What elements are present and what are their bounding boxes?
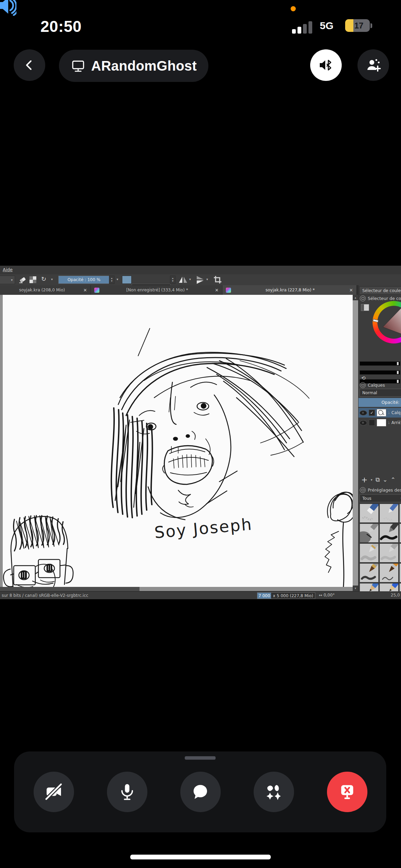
krita-toolbar: ▾ ↻ ▾ Opacité : 100 % ▴▾ ▾ Taille : 10,0… — [0, 274, 401, 286]
chat-button[interactable] — [180, 772, 221, 812]
foreground-color-swatch[interactable] — [122, 276, 132, 284]
mirror-vertical-icon[interactable] — [195, 275, 205, 284]
size-spinner[interactable]: ▴▾ — [170, 276, 175, 284]
brush-preset-thumbnail[interactable] — [379, 563, 399, 582]
reload-dropdown-arrow[interactable]: ▾ — [51, 277, 53, 281]
docker-lock-icon[interactable] — [360, 382, 366, 388]
brush-preset-thumbnail[interactable] — [379, 504, 399, 523]
audio-broadcast-icon — [0, 0, 16, 17]
docker-lock-icon[interactable] — [360, 296, 366, 301]
brush-preset-thumbnail[interactable] — [379, 583, 399, 591]
move-layer-up-button[interactable]: ⌃ — [391, 476, 396, 483]
mic-active-dot — [291, 6, 296, 11]
mirror-h-dropdown-arrow[interactable]: ▾ — [189, 277, 191, 281]
preserve-alpha-icon[interactable] — [29, 276, 36, 283]
eraser-mode-icon[interactable] — [18, 276, 27, 284]
tab-soyjak-2-active[interactable]: soyjak.kra (227,8 Mio) * ✕ — [222, 285, 357, 295]
stream-title: ARandomGhost — [91, 58, 197, 74]
blend-mode-dropdown[interactable]: Normal — [360, 389, 401, 397]
inherit-alpha-icon[interactable]: ⤵ — [388, 421, 390, 425]
add-layer-button[interactable]: + — [361, 475, 367, 484]
stream-title-pill[interactable]: ARandomGhost — [59, 50, 208, 82]
canvas-vertical-scrollbar[interactable]: ▴ ▾ — [353, 295, 358, 591]
color-slider-1[interactable] — [360, 361, 400, 366]
layer-checkbox[interactable]: ✓ — [369, 410, 375, 416]
cellular-signal-icon — [292, 20, 314, 34]
crop-icon[interactable] — [213, 275, 222, 284]
back-button[interactable] — [14, 49, 45, 81]
soyjak-drawing: Soy Joseph — [0, 295, 353, 587]
layer-visible-icon[interactable] — [360, 410, 367, 415]
scroll-up-arrow[interactable]: ▴ — [353, 295, 358, 300]
status-time: 20:50 — [40, 17, 82, 36]
mirror-horizontal-icon[interactable] — [178, 275, 188, 284]
network-type-label: 5G — [320, 20, 333, 32]
brush-preset-thumbnail[interactable] — [379, 543, 399, 563]
activities-button[interactable] — [254, 772, 294, 812]
audio-output-button[interactable] — [310, 49, 342, 81]
brush-preset-thumbnail[interactable] — [360, 563, 379, 582]
brush-preset-thumbnail[interactable] — [360, 504, 379, 523]
home-indicator[interactable] — [130, 855, 271, 859]
dimension-selected: 7 000 — [257, 593, 271, 599]
color-reset-icon[interactable]: ⟲ — [361, 375, 366, 381]
layer-name: Arrière-plan — [391, 420, 400, 425]
brush-preset-thumbnail[interactable] — [360, 543, 379, 563]
layer-checkbox[interactable] — [369, 420, 375, 426]
angle-arrows-icon: ↔ — [319, 593, 322, 598]
camera-off-icon — [44, 783, 63, 801]
drawing-canvas[interactable]: Soy Joseph — [0, 295, 353, 587]
brush-preset-thumbnail[interactable] — [379, 523, 399, 543]
opacity-dropdown-arrow[interactable]: ▾ — [117, 277, 118, 281]
add-layer-dropdown-arrow[interactable]: ▾ — [370, 478, 372, 482]
tool-option-dropdown[interactable]: ▾ — [0, 276, 15, 284]
hscroll-thumb[interactable] — [139, 587, 353, 591]
layer-row-background[interactable]: ⤵ Arrière-plan — [359, 418, 401, 427]
microphone-button[interactable] — [107, 772, 147, 812]
activity-shapes-icon — [265, 783, 283, 801]
move-layer-down-button[interactable]: ⌄ — [383, 476, 388, 483]
layers-docker-header[interactable]: Calques — [360, 382, 401, 388]
document-tabbar: soyjak.kra (208,0 Mio) ✕ [Non enregistré… — [0, 285, 358, 295]
opacity-spinner[interactable]: ▴▾ — [109, 276, 114, 284]
layer-visible-icon[interactable] — [360, 420, 367, 425]
color-selector-header: Sélecteur de couleur — [360, 295, 401, 301]
speaker-bluetooth-icon — [318, 58, 334, 73]
tab-soyjak-1[interactable]: soyjak.kra (208,0 Mio) ✕ — [0, 285, 91, 295]
color-slider-2[interactable] — [360, 370, 400, 375]
docker-lock-icon[interactable] — [360, 487, 366, 493]
screenshare-monitor-icon — [71, 59, 86, 73]
brush-preset-thumbnail[interactable] — [360, 523, 379, 543]
color-display-settings-icon[interactable] — [361, 304, 369, 311]
close-icon[interactable]: ✕ — [215, 288, 219, 293]
rotation-angle[interactable]: ↔ 0,00° — [319, 593, 335, 598]
preset-filter-dropdown[interactable]: Tous ▾ — [360, 494, 401, 502]
close-icon[interactable]: ✕ — [349, 288, 353, 293]
canvas-dimensions[interactable]: 7 000 x 5 000 (227,8 Mio) — [257, 592, 315, 599]
layer-row-paint[interactable]: ✓ ⤵ Calque de peinture 1 — [359, 408, 401, 418]
scroll-down-arrow[interactable]: ▾ — [353, 586, 358, 591]
stop-streaming-button[interactable] — [327, 772, 367, 812]
canvas-horizontal-scrollbar[interactable] — [0, 587, 353, 591]
saturation-triangle[interactable] — [377, 306, 401, 339]
opacity-slider[interactable]: Opacité : 100 % — [58, 276, 110, 284]
camera-toggle-button[interactable] — [34, 772, 74, 812]
screenshare-stop-icon — [338, 782, 357, 801]
menu-aide[interactable]: Aide — [3, 267, 13, 272]
mirror-v-dropdown-arrow[interactable]: ▾ — [206, 277, 208, 281]
krita-doc-icon — [94, 288, 99, 293]
color-selector-docker-tab[interactable]: Sélecteur de couleurs avancé — [359, 286, 401, 295]
add-participant-button[interactable] — [357, 49, 389, 81]
reload-preset-icon[interactable]: ↻ — [41, 275, 46, 282]
inherit-alpha-icon[interactable]: ⤵ — [388, 411, 390, 415]
tab-unsaved[interactable]: [Non enregistré] (333,4 Mio) * ✕ — [91, 285, 222, 295]
right-docker-panel: Sélecteur de couleurs avancé Sélecteur d… — [358, 285, 401, 591]
zoom-level[interactable]: 25,0 % — [391, 593, 401, 598]
duplicate-layer-button[interactable]: ⧉ — [375, 476, 379, 483]
dimension-rest: x 5 000 (227,8 Mio) — [271, 593, 315, 598]
close-icon[interactable]: ✕ — [83, 288, 87, 293]
layer-opacity-slider[interactable]: Opacité: 100 % — [359, 398, 401, 407]
sheet-drag-handle[interactable] — [185, 756, 216, 760]
brush-presets-docker-header[interactable]: Préréglages des brosses — [360, 487, 401, 493]
brush-preset-thumbnail[interactable] — [360, 583, 379, 591]
